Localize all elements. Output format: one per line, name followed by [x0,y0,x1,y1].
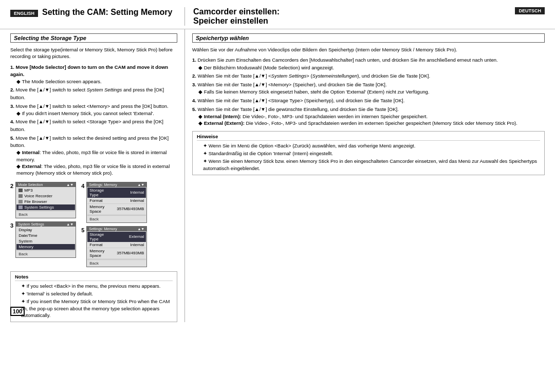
hinweise-item-2: ✦ Standardmäßig ist die Option 'Internal… [197,150,540,157]
note-item-1: ✦ If you select <Back> in the menu, the … [15,283,173,289]
right-step5-text: 5. Wählen Sie mit der Taste [▲/▼] die ge… [192,106,399,112]
left-section-title: Setting the CAM: Setting Memory [42,7,172,17]
note-item-3: ✦ If you insert the Memory Stick or Memo… [15,298,173,319]
right-step5-bullet-internal: ◆ Internal (Intern): Die Video-, Foto-, … [192,113,545,120]
step5-bullet-external: ◆ External: The video, photo, mp3 file o… [10,163,177,177]
step5-bullet-internal: ◆ Internal: The video, photo, mp3 file o… [10,149,177,163]
screen5-mockup: Settings: Memory ▲▼ Storage Type Externa… [86,226,147,267]
right-step2-text: 2. Wählen Sie mit der Taste [▲/▼] <Syste… [192,73,430,79]
screen4-mockup: Settings: Memory ▲▼ Storage Type Interna… [86,182,147,223]
hinweise-item-3: ✦ Wenn Sie einen Memory Stick bzw. einen… [197,158,540,172]
step4-text: 4. Move the [▲/▼] switch to select <Stor… [10,119,163,132]
right-step1-bullet: ◆ Der Bildschirm Moduswahl (Mode Selecti… [192,64,545,71]
step5-text: 5. Move the [▲/▼] switch to select the d… [10,135,169,148]
screen3-mockup: System Settings ▲▼ Display Date/Time Sys… [15,221,76,258]
right-step4-text: 4. Wählen Sie mit der Taste [▲/▼] <Stora… [192,98,404,103]
right-step3-text: 3. Wählen Sie mit der Taste [▲/▼] <Memor… [192,82,387,87]
step1-label: 1. Move [Mode Selector] down to turn on … [10,64,168,77]
right-section-title-line2: Speicher einstellen [193,16,280,26]
right-step1-text: 1. Drücken Sie zum Einschalten des Camco… [192,57,498,63]
left-sub-header: Selecting the Storage Type [10,33,177,43]
screen2-mockup: Mode Selection ▲▼ MP3 Voice Recorder Fil… [15,182,76,218]
step3-text: 3. Move the [▲/▼] switch to select <Memo… [10,103,169,109]
left-steps: 1. Move [Mode Selector] down to turn on … [10,64,177,177]
right-step5-bullet-external: ◆ External (Extern): Die Video-, Foto-, … [192,120,545,126]
english-badge: ENGLISH [10,10,38,17]
left-intro: Select the storage type(internal or Memo… [10,46,177,60]
step3-bullet: ◆ If you didn't insert Memory Stick, you… [10,110,177,117]
hinweise-box: Hinweise ✦ Wenn Sie im Menü die Option <… [192,131,545,175]
deutsch-badge: DEUTSCH [515,7,545,14]
step1-bullet: ◆ The Mode Selection screen appears. [10,78,177,85]
hinweise-item-1: ✦ Wenn Sie im Menü die Option <Back> (Zu… [197,142,540,149]
hinweise-title: Hinweise [197,134,540,141]
screen5-num: 5 [81,227,84,233]
notes-title: Notes [15,274,173,281]
notes-box: Notes ✦ If you select <Back> in the menu… [10,271,177,322]
page-number: 100 [10,307,25,316]
screen3-num: 3 [10,222,13,229]
note-item-2: ✦ 'Internal' is selected by default. [15,290,173,297]
screen4-num: 4 [81,183,84,189]
right-steps: 1. Drücken Sie zum Einschalten des Camco… [192,57,545,126]
right-column: Speichertyp wählen Wählen Sie vor der Au… [185,29,545,322]
right-step3-bullet: ◆ Falls Sie keinen Memory Stick eingeset… [192,88,545,95]
right-section-title-line1: Camcorder einstellen: [193,7,280,16]
step2-text: 2. Move the [▲/▼] switch to select Syste… [10,87,164,100]
screen2-num: 2 [10,183,13,189]
left-column: Selecting the Storage Type Select the st… [10,29,185,322]
right-intro: Wählen Sie vor der Aufnahme von Videocli… [192,46,545,53]
right-sub-header: Speichertyp wählen [192,33,545,43]
